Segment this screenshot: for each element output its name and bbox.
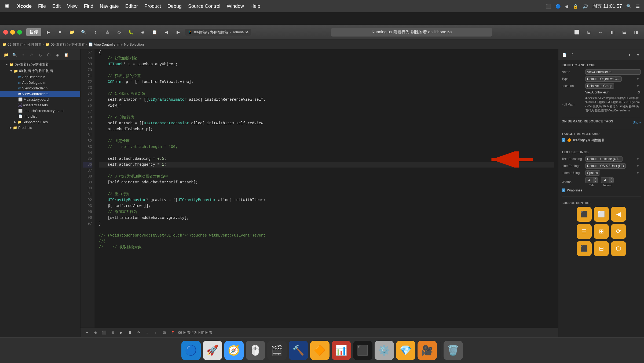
- inspector-file-btn[interactable]: 📄: [561, 51, 568, 59]
- scheme-selector[interactable]: 📱 09-附着行为-刚性附着 ▸ iPhone 6s: [185, 29, 251, 36]
- sc-icon-8[interactable]: ⊟: [594, 241, 609, 256]
- nav-item-supporting-files[interactable]: ▶ 📁 Supporting Files: [0, 119, 80, 125]
- nav-breakpoint-btn[interactable]: ◈: [54, 51, 61, 59]
- breadcrumb-selection[interactable]: No Selection: [124, 42, 144, 46]
- dock-finder[interactable]: 🔵: [181, 341, 201, 360]
- utilities-toggle-btn[interactable]: ◨: [631, 27, 641, 37]
- debug-view-btn[interactable]: ⊡: [161, 329, 167, 336]
- assistant-editor-btn[interactable]: ⊟: [584, 27, 594, 37]
- dock-mouse[interactable]: 🖱️: [246, 341, 265, 360]
- maximize-button[interactable]: [17, 30, 22, 35]
- dock-media[interactable]: 🎥: [418, 341, 437, 360]
- nav-item-viewcontroller-h[interactable]: m ViewController.h: [0, 85, 80, 91]
- run-button[interactable]: ▶: [43, 27, 53, 37]
- dock-sketch2[interactable]: 💎: [396, 341, 415, 360]
- sc-icon-6[interactable]: ⟳: [611, 224, 626, 239]
- nav-debug-btn[interactable]: ⬡: [45, 51, 53, 59]
- dock-settings[interactable]: ⚙️: [375, 341, 394, 360]
- nav-log-btn[interactable]: 📋: [62, 51, 70, 59]
- sc-icon-5[interactable]: ⊞: [594, 224, 609, 239]
- filter-btn[interactable]: ⊞: [109, 329, 116, 336]
- search-icon[interactable]: 🔍: [626, 4, 632, 9]
- name-input[interactable]: ViewController.m: [585, 69, 641, 75]
- menu-source-control[interactable]: Source Control: [188, 3, 220, 9]
- indent-up-btn[interactable]: ▲: [609, 177, 613, 180]
- nav-item-main-storyboard[interactable]: ⬜ Main.storyboard: [0, 97, 80, 102]
- dock-ppsx[interactable]: 📊: [332, 341, 351, 360]
- nav-item-project-root[interactable]: ▼ 📁 09-附着行为-刚性附着: [0, 61, 80, 68]
- text-encoding-select[interactable]: Default - Unicode (UT...: [585, 156, 623, 162]
- nav-item-group[interactable]: ▼ 📁 09-附着行为-刚性附着: [0, 68, 80, 74]
- show-btn[interactable]: Show: [633, 121, 641, 124]
- close-button[interactable]: [3, 30, 8, 35]
- nav-item-info-plist[interactable]: 📄 Info.plist: [0, 114, 80, 119]
- dock-terminal[interactable]: ⬛: [353, 341, 372, 360]
- indent-stepper[interactable]: 4 ▲ ▼: [601, 177, 614, 183]
- code-editor[interactable]: 67 68 69 70 71 72 73 74 75 76 77 78 79 8…: [80, 49, 558, 328]
- location-simulate-btn[interactable]: 📍: [170, 329, 176, 336]
- control-icon[interactable]: ☰: [636, 4, 640, 9]
- test-icon-btn[interactable]: ◇: [114, 27, 124, 37]
- inspector-quick-help-btn[interactable]: ?: [569, 51, 576, 59]
- debug-icon-btn[interactable]: 🐛: [126, 27, 136, 37]
- circle-btn[interactable]: ⊕: [92, 329, 99, 336]
- sc-icon-7[interactable]: ⬛: [577, 241, 592, 256]
- minimize-button[interactable]: [10, 30, 15, 35]
- target-checkbox[interactable]: ✓: [562, 138, 565, 142]
- dock-trash[interactable]: 🗑️: [444, 341, 463, 360]
- sc-icon-1[interactable]: ⬛: [577, 207, 592, 222]
- menu-edit[interactable]: Edit: [52, 3, 61, 9]
- nav-folder-btn[interactable]: 📁: [2, 51, 10, 59]
- menu-find[interactable]: Find: [84, 3, 93, 9]
- find-icon-btn[interactable]: 🔍: [79, 27, 89, 37]
- nav-item-appdelegate-h[interactable]: m AppDelegate.h: [0, 74, 80, 80]
- breadcrumb-group-name[interactable]: 09-附着行为-刚性附着: [51, 42, 85, 47]
- menu-debug[interactable]: Debug: [167, 3, 182, 9]
- folder-icon-btn[interactable]: 📁: [67, 27, 77, 37]
- menu-editor[interactable]: Editor: [125, 3, 138, 9]
- step-over-btn[interactable]: ↷: [135, 329, 142, 336]
- step-into-btn[interactable]: ↓: [144, 329, 150, 336]
- menu-window[interactable]: Window: [227, 3, 244, 9]
- nav-forward-btn[interactable]: ▶: [173, 27, 183, 37]
- nav-item-launch-storyboard[interactable]: ⬜ LaunchScreen.storyboard: [0, 108, 80, 114]
- type-select[interactable]: Default - Objective-C...: [585, 76, 622, 82]
- step-out-btn[interactable]: ↑: [152, 329, 159, 336]
- navigator-toggle-btn[interactable]: ◧: [608, 27, 617, 37]
- pause-button[interactable]: 暂停: [26, 28, 41, 36]
- nav-warning-btn[interactable]: ⚠: [28, 51, 35, 59]
- menu-view[interactable]: View: [67, 3, 78, 9]
- pause-mini-btn[interactable]: ⏸: [127, 329, 133, 336]
- sc-icon-3[interactable]: ◀: [611, 207, 626, 222]
- inspector-chevron-up-btn[interactable]: ▲: [626, 51, 633, 59]
- log-icon-btn[interactable]: 📋: [150, 27, 159, 37]
- menu-navigate[interactable]: Navigate: [100, 3, 119, 9]
- menu-xcode[interactable]: Xcode: [17, 3, 32, 9]
- line-endings-select[interactable]: Default - OS X / Unix (LF): [585, 163, 626, 169]
- nav-item-appdelegate-m[interactable]: m AppDelegate.m: [0, 80, 80, 85]
- code-content[interactable]: { // 获取触摸对象 UITouch* t = touches.anyObje…: [94, 49, 558, 328]
- sc-icon-2[interactable]: ⬜: [594, 207, 609, 222]
- dock-sketch[interactable]: 🔶: [310, 341, 330, 360]
- issue-icon-btn[interactable]: ⚠: [103, 27, 112, 37]
- tab-up-btn[interactable]: ▲: [593, 177, 598, 180]
- play-mini-btn[interactable]: ▶: [118, 329, 125, 336]
- location-select[interactable]: Relative to Group: [585, 83, 614, 89]
- dock-xcode[interactable]: 🔨: [289, 341, 308, 360]
- wrap-lines-checkbox[interactable]: ✓: [562, 188, 565, 192]
- nav-scm-btn[interactable]: ↕: [19, 51, 27, 59]
- nav-item-assets[interactable]: 🖼 Assets.xcassets: [0, 102, 80, 108]
- dock-video[interactable]: 🎬: [267, 341, 287, 360]
- stop-button[interactable]: ■: [55, 27, 65, 37]
- sc-icon-4[interactable]: ☰: [577, 224, 592, 239]
- view-options-btn[interactable]: ⬛: [101, 329, 107, 336]
- menu-product[interactable]: Product: [144, 3, 161, 9]
- nav-find-btn[interactable]: 🔍: [11, 51, 18, 59]
- scm-icon-btn[interactable]: ↕: [91, 27, 100, 37]
- debug-area-toggle-btn[interactable]: ⬓: [619, 27, 629, 37]
- tab-down-btn[interactable]: ▼: [593, 180, 598, 183]
- version-editor-btn[interactable]: ↔: [596, 27, 605, 37]
- breadcrumb-group[interactable]: 📁: [45, 42, 50, 46]
- nav-back-btn[interactable]: ◀: [162, 27, 171, 37]
- breakpoint-icon-btn[interactable]: ◈: [138, 27, 148, 37]
